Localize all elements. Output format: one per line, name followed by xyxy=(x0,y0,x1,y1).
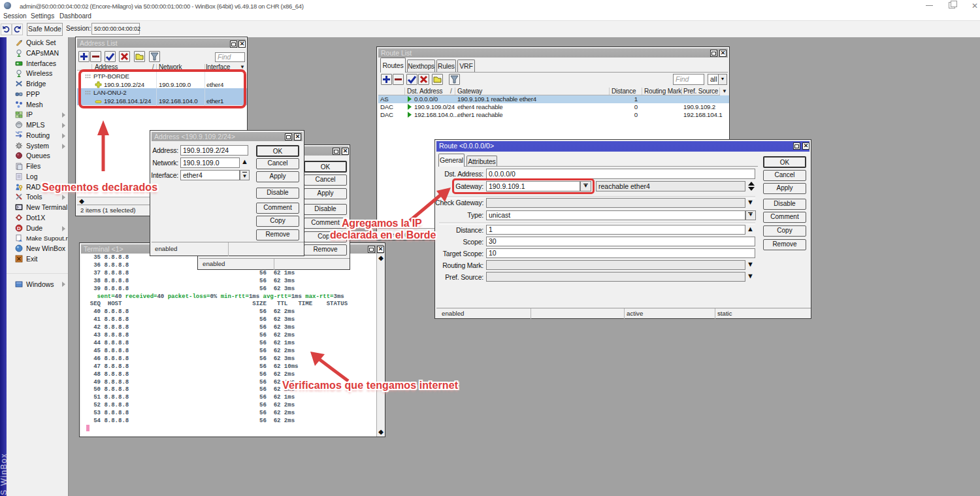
svg-text:D: D xyxy=(17,225,21,231)
